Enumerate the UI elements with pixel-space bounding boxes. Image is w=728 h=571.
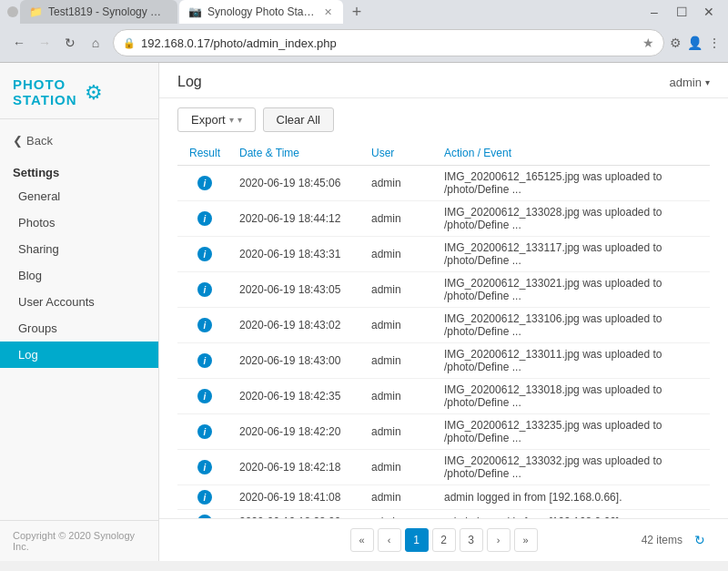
result-cell: i xyxy=(177,308,232,343)
log-table: Result Date & Time User Action / Event i… xyxy=(177,141,710,518)
app-container: PHOTO STATION ⚙ ❮ Back Settings General … xyxy=(0,63,728,561)
extensions-icon[interactable]: ⚙ xyxy=(670,36,682,50)
first-page-button[interactable]: « xyxy=(350,528,374,552)
export-dropdown-icon: ▾ xyxy=(229,115,234,125)
next-page-button[interactable]: › xyxy=(487,528,511,552)
user-cell: admin xyxy=(364,485,437,510)
table-row: i 2020-06-19 18:42:20 admin IMG_20200612… xyxy=(177,414,710,450)
user-cell: admin xyxy=(364,166,437,201)
sidebar-item-user-accounts[interactable]: User Accounts xyxy=(0,289,158,315)
datetime-cell: 2020-06-19 18:43:31 xyxy=(232,237,364,272)
items-count: 42 items xyxy=(642,534,682,546)
action-cell: IMG_20200612_133028.jpg was uploaded to … xyxy=(437,201,692,237)
pagination: « ‹ 1 2 3 › » 42 items ↻ xyxy=(159,518,728,561)
back-button[interactable]: ← xyxy=(7,31,31,55)
clear-all-button[interactable]: Clear All xyxy=(263,107,334,132)
maximize-button[interactable]: ☐ xyxy=(670,0,693,24)
logo-gear-icon: ⚙ xyxy=(85,81,103,105)
user-cell: admin xyxy=(364,308,437,343)
logo-photo: PHOTO xyxy=(13,77,77,93)
action-cell: IMG_20200612_133021.jpg was uploaded to … xyxy=(437,272,692,308)
sidebar-item-sharing[interactable]: Sharing xyxy=(0,236,158,262)
profile-icon[interactable]: 👤 xyxy=(687,36,703,50)
sidebar-back-button[interactable]: ❮ Back xyxy=(0,128,158,153)
log-table-body: i 2020-06-19 18:45:06 admin IMG_20200612… xyxy=(177,166,710,519)
user-cell: admin xyxy=(364,343,437,379)
action-cell: admin logged in from [192.168.0.66]. xyxy=(437,510,692,519)
tab-diskstation[interactable]: 📁 Test1819 - Synology DiskSt... xyxy=(20,0,177,24)
new-tab-button[interactable]: + xyxy=(345,0,369,24)
result-cell: i xyxy=(177,272,232,308)
bookmark-icon[interactable]: ★ xyxy=(642,36,654,50)
datetime-cell: 2020-06-19 18:42:20 xyxy=(232,414,364,450)
table-row: i 2020-06-19 18:42:18 admin IMG_20200612… xyxy=(177,450,710,485)
lock-icon: 🔒 xyxy=(123,37,136,49)
info-icon: i xyxy=(197,176,212,190)
table-row: i 2020-06-19 18:38:09 admin admin logged… xyxy=(177,510,710,519)
extra-cell xyxy=(692,237,710,272)
minimize-button[interactable]: – xyxy=(642,0,666,24)
export-button[interactable]: Export ▾ xyxy=(177,107,256,132)
datetime-cell: 2020-06-19 18:43:02 xyxy=(232,308,364,343)
table-row: i 2020-06-19 18:43:05 admin IMG_20200612… xyxy=(177,272,710,308)
result-cell: i xyxy=(177,343,232,379)
action-cell: IMG_20200612_133117.jpg was uploaded to … xyxy=(437,237,692,272)
extra-cell xyxy=(692,450,710,485)
close-window-button[interactable]: ✕ xyxy=(697,0,721,24)
address-bar-icons: ★ xyxy=(642,36,654,50)
sidebar-item-log[interactable]: Log xyxy=(0,342,158,368)
home-button[interactable]: ⌂ xyxy=(84,31,107,55)
datetime-cell: 2020-06-19 18:38:09 xyxy=(232,510,364,519)
tab-photostation[interactable]: 📷 Synology Photo Station ✕ xyxy=(179,0,343,24)
result-cell: i xyxy=(177,379,232,414)
info-icon: i xyxy=(197,282,212,297)
log-table-wrapper: Result Date & Time User Action / Event i… xyxy=(159,141,728,518)
action-cell: IMG_20200612_133018.jpg was uploaded to … xyxy=(437,379,692,414)
sidebar-item-blog[interactable]: Blog xyxy=(0,262,158,289)
reload-button[interactable]: ↻ xyxy=(58,31,82,55)
menu-icon[interactable]: ⋮ xyxy=(708,36,721,50)
datetime-cell: 2020-06-19 18:42:18 xyxy=(232,450,364,485)
refresh-icon[interactable]: ↻ xyxy=(690,530,710,550)
sidebar-item-general[interactable]: General xyxy=(0,183,158,209)
extra-cell xyxy=(692,201,710,237)
page-2-button[interactable]: 2 xyxy=(432,528,456,552)
col-header-user: User xyxy=(364,141,437,166)
admin-dropdown[interactable]: admin xyxy=(670,76,710,89)
page-3-button[interactable]: 3 xyxy=(460,528,483,552)
sidebar-item-photos[interactable]: Photos xyxy=(0,209,158,236)
forward-button[interactable]: → xyxy=(33,31,56,55)
nav-icons: ← → ↻ ⌂ xyxy=(7,31,107,55)
prev-page-button[interactable]: ‹ xyxy=(378,528,401,552)
result-cell: i xyxy=(177,510,232,519)
navigation-bar: ← → ↻ ⌂ 🔒 192.168.0.17/photo/admin_index… xyxy=(0,24,728,62)
result-cell: i xyxy=(177,166,232,201)
col-header-extra xyxy=(692,141,710,166)
info-icon: i xyxy=(197,318,212,332)
tab-close-icon[interactable]: ✕ xyxy=(324,6,332,18)
extra-cell xyxy=(692,166,710,201)
col-header-action: Action / Event xyxy=(437,141,692,166)
col-header-datetime: Date & Time xyxy=(232,141,364,166)
datetime-cell: 2020-06-19 18:43:00 xyxy=(232,343,364,379)
last-page-button[interactable]: » xyxy=(514,528,538,552)
result-cell: i xyxy=(177,485,232,510)
action-cell: IMG_20200612_133011.jpg was uploaded to … xyxy=(437,343,692,379)
tabs-bar: 📁 Test1819 - Synology DiskSt... 📷 Synolo… xyxy=(0,0,728,24)
user-cell: admin xyxy=(364,414,437,450)
extra-cell xyxy=(692,485,710,510)
address-bar[interactable]: 🔒 192.168.0.17/photo/admin_index.php ★ xyxy=(113,29,664,56)
extra-cell xyxy=(692,379,710,414)
info-icon: i xyxy=(197,389,212,403)
table-row: i 2020-06-19 18:42:35 admin IMG_20200612… xyxy=(177,379,710,414)
extra-cell xyxy=(692,308,710,343)
sidebar-footer: Copyright © 2020 Synology Inc. xyxy=(0,520,158,561)
table-row: i 2020-06-19 18:43:00 admin IMG_20200612… xyxy=(177,343,710,379)
tab-active-label: Synology Photo Station xyxy=(207,5,315,18)
content-header: Log admin xyxy=(159,63,728,98)
col-header-result: Result xyxy=(177,141,232,166)
sidebar-item-groups[interactable]: Groups xyxy=(0,315,158,342)
app-logo: PHOTO STATION ⚙ xyxy=(0,63,158,119)
action-cell: IMG_20200612_133032.jpg was uploaded to … xyxy=(437,450,692,485)
page-1-button[interactable]: 1 xyxy=(405,528,429,552)
